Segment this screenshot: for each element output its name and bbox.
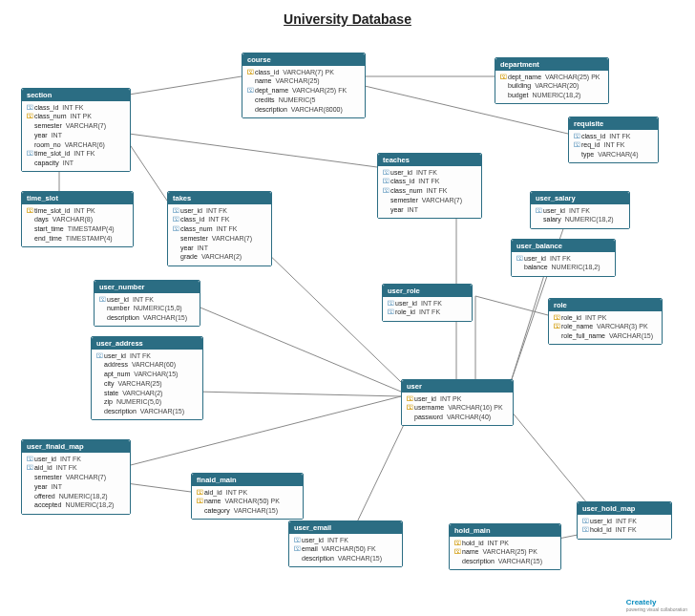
attribute-name: user_id — [524, 255, 546, 264]
attribute-name: credits — [255, 96, 275, 105]
entity-section[interactable]: section ⚿class_idINT FK⚿class_numINT PKs… — [21, 88, 131, 172]
pk-key-icon: ⚿ — [406, 395, 414, 404]
entity-user-salary[interactable]: user_salary ⚿user_idINT FKsalaryNUMERIC(… — [530, 191, 630, 229]
fk-key-icon: ⚿ — [172, 207, 180, 216]
attribute-type: VARCHAR(6) — [65, 141, 105, 150]
attribute-row: descriptionVARCHAR(8000) — [242, 105, 365, 115]
entity-body: ⚿user_idINT FKsalaryNUMERIC(18,2) — [531, 204, 629, 228]
entity-header: role — [549, 299, 662, 311]
attribute-name: days — [34, 216, 49, 224]
attribute-row: ⚿user_idINT FK — [578, 517, 671, 526]
pk-key-icon: ⚿ — [499, 74, 508, 82]
attribute-row: salaryNUMERIC(18,2) — [531, 216, 629, 225]
attribute-type: INT PK — [74, 207, 95, 216]
entity-header: user_number — [95, 281, 200, 293]
attribute-row: descriptionVARCHAR(15) — [95, 314, 200, 324]
attribute-name: offered — [34, 493, 55, 501]
attribute-name: name — [204, 498, 221, 506]
attribute-name: user_id — [34, 456, 56, 464]
entity-header: user_email — [289, 521, 402, 534]
attribute-row: budgetNUMERIC(18,2) — [495, 92, 608, 101]
attribute-name: class_num — [180, 225, 212, 234]
entity-user[interactable]: user ⚿user_idINT PK⚿usernameVARCHAR(16) … — [401, 379, 514, 426]
entity-user-balance[interactable]: user_balance ⚿user_idINT FKbalanceNUMERI… — [511, 239, 616, 277]
entity-header: time_slot — [22, 192, 133, 204]
entity-user-email[interactable]: user_email ⚿user_idINT FK⚿emailVARCHAR(5… — [288, 520, 403, 567]
entity-user-finaid-map[interactable]: user_finaid_map ⚿user_idINT FK⚿aid_idINT… — [21, 439, 131, 515]
fk-key-icon: ⚿ — [26, 104, 34, 113]
entity-hold-main[interactable]: hold_main ⚿hold_idINT PK⚿nameVARCHAR(25)… — [449, 523, 561, 570]
entity-body: ⚿user_idINT FKaddressVARCHAR(60)apt_numV… — [92, 350, 202, 419]
attribute-name: start_time — [34, 225, 64, 234]
entity-body: ⚿user_idINT FKnumberNUMERIC(15,0)descrip… — [95, 293, 200, 326]
attribute-name: user_id — [107, 296, 129, 305]
attribute-type: VARCHAR(25) — [118, 380, 162, 389]
attribute-type: VARCHAR(15) — [609, 332, 653, 341]
attribute-name: user_id — [414, 395, 436, 404]
attribute-row: ⚿class_numINT PK — [22, 113, 130, 122]
attribute-type: INT FK — [421, 300, 442, 308]
entity-user-role[interactable]: user_role ⚿user_idINT FK⚿role_idINT FK — [382, 284, 473, 322]
attribute-row: ⚿class_idINT FK — [168, 216, 271, 225]
attribute-row: passwordVARCHAR(40) — [402, 414, 513, 423]
entity-time-slot[interactable]: time_slot ⚿time_slot_idINT PKdaysVARCHAR… — [21, 191, 134, 247]
attribute-name: role_id — [561, 314, 581, 323]
attribute-name: user_id — [302, 537, 324, 545]
attribute-name: aid_id — [34, 464, 53, 473]
attribute-row: ⚿user_idINT FK — [378, 168, 481, 178]
attribute-type: VARCHAR(15) — [140, 408, 184, 416]
fk-key-icon: ⚿ — [573, 133, 581, 141]
attribute-name: zip — [104, 398, 113, 407]
attribute-type: NUMERIC(18,2) — [65, 501, 114, 510]
attribute-type: INT PK — [440, 395, 461, 404]
attribute-type: INT PK — [585, 314, 606, 323]
attribute-row: balanceNUMERIC(18,2) — [512, 264, 615, 273]
fk-key-icon: ⚿ — [581, 526, 590, 535]
entity-course[interactable]: course ⚿class_idVARCHAR(7) PKnameVARCHAR… — [242, 53, 366, 118]
fk-key-icon: ⚿ — [382, 169, 390, 178]
attribute-row: ⚿role_idINT PK — [549, 313, 662, 323]
attribute-name: description — [107, 314, 139, 323]
entity-user-number[interactable]: user_number ⚿user_idINT FKnumberNUMERIC(… — [94, 280, 200, 327]
attribute-name: category — [204, 507, 230, 516]
attribute-type: NUMERIC(5 — [279, 96, 316, 105]
attribute-type: INT FK — [60, 456, 81, 464]
attribute-row: ⚿time_slot_idINT PK — [22, 206, 133, 216]
entity-user-hold-map[interactable]: user_hold_map ⚿user_idINT FK⚿hold_idINT … — [577, 501, 672, 540]
attribute-type: INT — [63, 159, 74, 168]
attribute-name: description — [104, 408, 137, 416]
attribute-name: city — [104, 380, 115, 389]
entity-department[interactable]: department ⚿dept_nameVARCHAR(25) PKbuild… — [495, 57, 609, 104]
attribute-name: name — [462, 548, 479, 557]
attribute-type: VARCHAR(8000) — [291, 106, 343, 115]
attribute-name: dept_name — [255, 87, 288, 96]
attribute-type: INT — [198, 244, 208, 253]
entity-teaches[interactable]: teaches ⚿user_idINT FK⚿class_idINT FK⚿cl… — [377, 153, 482, 219]
entity-header: takes — [168, 192, 271, 204]
attribute-name: number — [107, 305, 130, 313]
attribute-row: capacityINT — [22, 159, 130, 169]
attribute-name: dept_name — [508, 74, 541, 82]
attribute-type: VARCHAR(15) — [338, 555, 382, 563]
fk-key-icon: ⚿ — [98, 296, 107, 305]
attribute-type: VARCHAR(60) — [132, 361, 176, 370]
entity-user-address[interactable]: user_address ⚿user_idINT FKaddressVARCHA… — [91, 336, 203, 420]
attribute-row: ⚿user_idINT FK — [531, 206, 629, 216]
entity-body: ⚿time_slot_idINT PKdaysVARCHAR(8)start_t… — [22, 204, 133, 246]
attribute-row: ⚿aid_idINT PK — [192, 488, 303, 498]
attribute-type: INT — [52, 483, 62, 492]
fk-key-icon: ⚿ — [293, 545, 302, 554]
entity-requisite[interactable]: requisite ⚿class_idINT FK⚿req_idINT FKty… — [568, 117, 659, 163]
attribute-row: ⚿user_idINT FK — [95, 295, 200, 305]
attribute-type: VARCHAR(15) — [134, 371, 178, 379]
entity-takes[interactable]: takes ⚿user_idINT FK⚿class_idINT FK⚿clas… — [167, 191, 272, 266]
attribute-name: grade — [180, 253, 198, 262]
attribute-row: numberNUMERIC(15,0) — [95, 305, 200, 314]
attribute-row: ⚿req_idINT FK — [569, 141, 658, 151]
attribute-name: semester — [34, 474, 62, 482]
attribute-type: INT FK — [130, 352, 151, 361]
attribute-name: time_slot_id — [34, 150, 70, 159]
attribute-type: INT PK — [488, 540, 509, 548]
entity-role[interactable]: role ⚿role_idINT PK⚿role_nameVARCHAR(3) … — [548, 298, 663, 345]
entity-finaid-main[interactable]: finaid_main ⚿aid_idINT PK⚿nameVARCHAR(50… — [191, 473, 304, 520]
